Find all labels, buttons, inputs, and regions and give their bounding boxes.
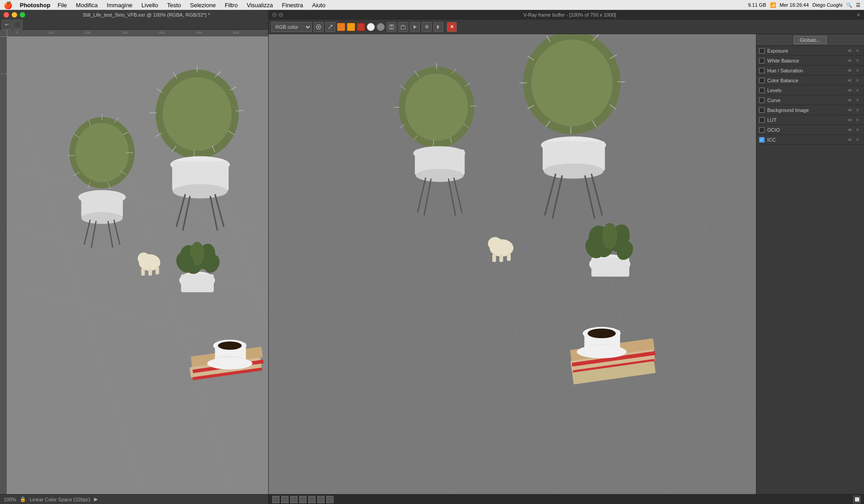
ocio-expand[interactable]: ≪ — [846, 126, 853, 134]
minimize-button[interactable] — [12, 12, 17, 18]
settings-item-exposure[interactable]: Exposure ≪ ≡ — [756, 46, 864, 56]
toolbar-btn-1[interactable]: ↩ — [2, 20, 12, 30]
curve-checkbox[interactable] — [759, 98, 765, 103]
lut-checkbox[interactable] — [759, 117, 765, 123]
bottom-btn-5[interactable] — [308, 496, 315, 503]
menu-edit[interactable]: Modifica — [74, 2, 99, 9]
control-center-icon[interactable]: ☰ — [856, 2, 860, 8]
vray-settings-panel: Globals... Exposure ≪ ≡ White Balance ≪ — [756, 34, 864, 494]
curve-expand[interactable]: ≪ — [846, 97, 853, 104]
settings-header: Globals... — [756, 34, 864, 46]
svg-point-63 — [218, 342, 242, 350]
icc-checkbox[interactable] — [759, 137, 765, 143]
white-balance-expand[interactable]: ≪ — [846, 57, 853, 64]
settings-item-lut[interactable]: LUT ≪ ≡ — [756, 115, 864, 125]
render-icon[interactable] — [410, 22, 420, 32]
maximize-button[interactable] — [20, 12, 25, 18]
search-icon[interactable]: 🔍 — [846, 2, 852, 8]
canvas-image-area[interactable] — [7, 37, 268, 494]
menu-select[interactable]: Selezione — [188, 2, 217, 9]
bottom-btn-2[interactable] — [281, 496, 288, 503]
bottom-btn-3[interactable] — [290, 496, 297, 503]
levels-checkbox[interactable] — [759, 88, 765, 93]
vray-toolbar-close[interactable]: ✕ — [447, 22, 457, 32]
settings-item-color-balance[interactable]: Color Balance ≪ ≡ — [756, 76, 864, 85]
vray-btn-1[interactable] — [272, 13, 277, 17]
hue-saturation-label: Hue / Saturation — [767, 68, 843, 73]
bottom-btn-7[interactable] — [326, 496, 333, 503]
settings-item-white-balance[interactable]: White Balance ≪ ≡ — [756, 56, 864, 66]
red-button[interactable] — [357, 23, 365, 31]
vray-scene — [269, 34, 756, 494]
save-icon[interactable] — [387, 22, 396, 32]
hue-saturation-expand[interactable]: ≪ — [846, 67, 853, 74]
menu-image[interactable]: Immagine — [105, 2, 134, 9]
settings-item-ocio[interactable]: OCIO ≪ ≡ — [756, 125, 864, 135]
lut-menu[interactable]: ≡ — [854, 116, 861, 124]
bottom-btn-6[interactable] — [317, 496, 324, 503]
hue-saturation-checkbox[interactable] — [759, 68, 765, 73]
color-balance-checkbox[interactable] — [759, 78, 765, 83]
background-image-expand[interactable]: ≪ — [846, 107, 853, 114]
bottom-resize[interactable]: ⬜ — [853, 496, 860, 503]
ocio-menu[interactable]: ≡ — [854, 126, 861, 134]
bottom-btn-4[interactable] — [299, 496, 306, 503]
wand-icon[interactable] — [325, 22, 335, 32]
exposure-menu[interactable]: ≡ — [854, 47, 861, 54]
svg-rect-50 — [181, 274, 214, 292]
levels-menu[interactable]: ≡ — [854, 87, 861, 94]
vray-close-icon[interactable]: ✕ — [856, 12, 860, 18]
background-image-checkbox[interactable] — [759, 107, 765, 113]
vray-viewport[interactable] — [269, 34, 756, 494]
color-balance-expand[interactable]: ≪ — [846, 77, 853, 84]
ocio-checkbox[interactable] — [759, 127, 765, 133]
menu-file[interactable]: File — [56, 2, 69, 9]
white-circle-btn[interactable] — [367, 23, 375, 31]
toolbar-btn-2[interactable]: ⬛ — [13, 20, 22, 30]
settings-icon[interactable]: ⚙ — [422, 22, 432, 32]
menu-view[interactable]: Visualizza — [245, 2, 274, 9]
exposure-label: Exposure — [767, 48, 843, 54]
menu-help[interactable]: Aiuto — [310, 2, 328, 9]
svg-rect-75 — [390, 27, 393, 29]
open-icon[interactable] — [398, 22, 408, 32]
background-image-menu[interactable]: ≡ — [854, 107, 861, 114]
menu-text[interactable]: Testo — [165, 2, 183, 9]
settings-item-icc[interactable]: ICC ≪ ≡ — [756, 135, 864, 145]
exposure-expand[interactable]: ≪ — [846, 47, 853, 54]
white-balance-menu[interactable]: ≡ — [854, 57, 861, 64]
lut-expand[interactable]: ≪ — [846, 116, 853, 124]
settings-item-curve[interactable]: Curve ≪ ≡ — [756, 95, 864, 105]
bottom-btn-1[interactable] — [272, 496, 279, 503]
menu-window[interactable]: Finestra — [280, 2, 305, 9]
settings-item-hue-saturation[interactable]: Hue / Saturation ≪ ≡ — [756, 66, 864, 76]
svg-point-144 — [577, 345, 627, 358]
settings-item-levels[interactable]: Levels ≪ ≡ — [756, 85, 864, 95]
svg-point-87 — [405, 74, 468, 141]
white-balance-checkbox[interactable] — [759, 58, 765, 63]
app-name[interactable]: Photoshop — [20, 2, 50, 9]
icc-expand[interactable]: ≪ — [846, 136, 853, 143]
orange-button[interactable] — [337, 23, 345, 31]
close-button[interactable] — [4, 12, 9, 18]
yellow-button[interactable] — [347, 23, 355, 31]
curve-menu[interactable]: ≡ — [854, 97, 861, 104]
settings-item-background-image[interactable]: Background Image ≪ ≡ — [756, 105, 864, 115]
apple-menu[interactable]: 🍎 — [4, 1, 13, 9]
svg-rect-77 — [269, 34, 756, 494]
color-balance-menu[interactable]: ≡ — [854, 77, 861, 84]
ruler-h-mark-500: 500 — [196, 31, 202, 35]
color-mode-select[interactable]: RGB color — [271, 22, 312, 32]
gray-circle-btn[interactable] — [377, 23, 385, 31]
cursor-icon[interactable] — [433, 22, 443, 32]
menu-layer[interactable]: Livello — [140, 2, 160, 9]
levels-expand[interactable]: ≪ — [846, 87, 853, 94]
color-space-arrow[interactable]: ▶ — [94, 496, 98, 502]
vray-btn-2[interactable] — [279, 13, 283, 17]
globals-button[interactable]: Globals... — [794, 36, 826, 44]
icc-menu[interactable]: ≡ — [854, 136, 861, 143]
menu-filter[interactable]: Filtro — [223, 2, 239, 9]
color-picker-icon[interactable] — [314, 22, 324, 32]
hue-saturation-menu[interactable]: ≡ — [854, 67, 861, 74]
exposure-checkbox[interactable] — [759, 48, 765, 54]
